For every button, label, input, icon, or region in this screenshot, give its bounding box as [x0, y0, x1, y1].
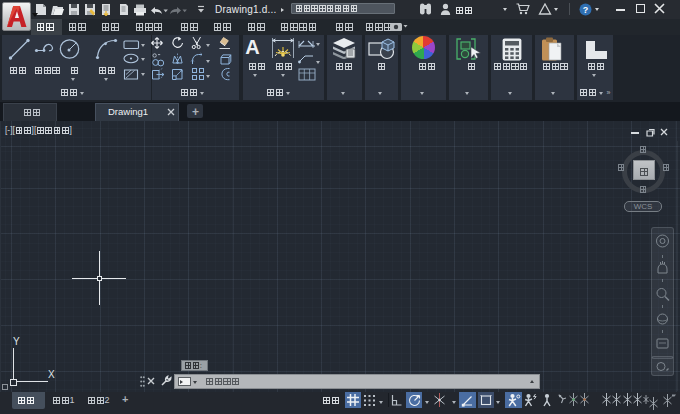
svg-text:?: ? — [583, 5, 589, 15]
